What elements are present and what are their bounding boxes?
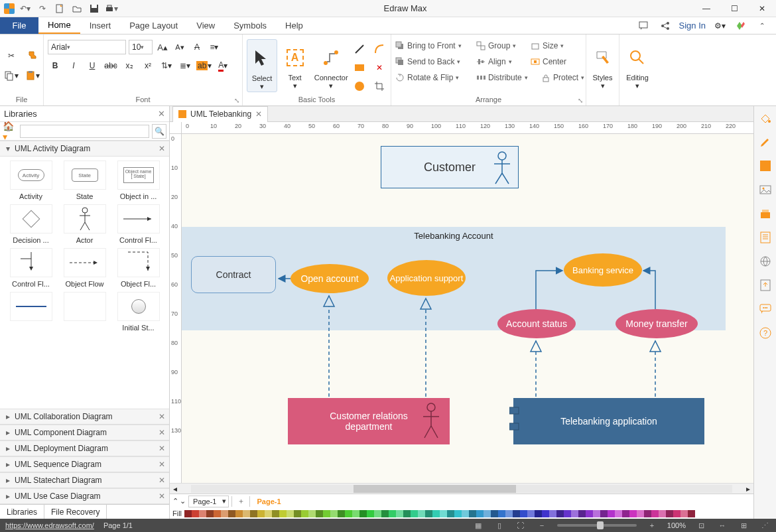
lib-section-close-icon[interactable]: ✕ [159, 144, 165, 153]
close-button[interactable]: ✕ [748, 0, 776, 17]
color-swatch[interactable] [578, 510, 586, 517]
lib-section-collapsed[interactable]: ▸UML Use Case Diagram✕ [0, 488, 169, 504]
rect-tool-icon[interactable] [352, 60, 367, 75]
size-btn[interactable]: Size [531, 38, 570, 53]
delete-tool-icon[interactable]: ✕ [372, 60, 387, 75]
color-swatch[interactable] [571, 510, 578, 517]
arc-tool-icon[interactable] [372, 42, 387, 56]
help-icon[interactable]: ? [757, 325, 773, 341]
color-swatch[interactable] [644, 510, 651, 517]
lib-section-collapsed[interactable]: ▸UML Statechart Diagram✕ [0, 472, 169, 488]
color-swatch[interactable] [316, 510, 323, 517]
shape-activity[interactable]: ActivityActivity [7, 161, 56, 200]
font-size-combo[interactable]: 10 [129, 40, 153, 54]
line-tool-icon[interactable] [352, 42, 367, 56]
color-swatch[interactable] [564, 510, 571, 517]
sign-in-link[interactable]: Sign In [679, 21, 706, 31]
format-painter-icon[interactable] [25, 48, 40, 63]
undo-btn[interactable]: ↶▾ [19, 2, 32, 15]
center-btn[interactable]: Center [531, 54, 577, 69]
shape-initial[interactable]: Initial St... [114, 292, 163, 332]
grow-font-btn[interactable]: A▴ [155, 40, 170, 54]
lib-section-active[interactable]: ▾UML Activity Diagram ✕ [0, 141, 169, 157]
new-doc-btn[interactable] [53, 2, 66, 15]
h-scrollbar[interactable]: ◂▸ [170, 483, 753, 494]
color-swatch[interactable] [659, 510, 666, 517]
active-page-label[interactable]: Page-1 [253, 498, 285, 505]
paste-icon[interactable]: ▾ [25, 68, 40, 83]
color-swatch[interactable] [688, 510, 695, 517]
pen-icon[interactable] [757, 134, 773, 150]
color-swatch[interactable] [505, 510, 513, 517]
align-btn[interactable]: Align [476, 54, 523, 69]
color-swatch[interactable] [287, 510, 294, 517]
zoom-out-icon[interactable]: − [536, 520, 548, 531]
globe-icon[interactable] [757, 253, 773, 269]
close-icon[interactable]: ✕ [159, 492, 165, 501]
status-url[interactable]: https://www.edrawsoft.com/ [5, 521, 94, 529]
color-swatch[interactable] [272, 510, 279, 517]
node-customer[interactable]: Customer [381, 146, 519, 188]
tab-file[interactable]: File [0, 17, 38, 34]
color-swatch[interactable] [184, 510, 192, 517]
color-swatch[interactable] [359, 510, 367, 517]
node-open-account[interactable]: Open account [291, 264, 369, 293]
node-app[interactable]: Telebanking application [513, 398, 704, 444]
maximize-button[interactable]: ☐ [720, 0, 748, 17]
distribute-btn[interactable]: Distribute [476, 70, 533, 85]
color-swatch[interactable] [374, 510, 381, 517]
shape-object-flow2[interactable]: Object Fl... [114, 248, 163, 288]
color-swatch[interactable] [411, 510, 418, 517]
superscript-btn[interactable]: x² [141, 58, 155, 73]
color-swatch[interactable] [637, 510, 644, 517]
drawing-canvas[interactable]: Customer Telebanking Account Contract Op… [182, 134, 753, 483]
node-banking-service[interactable]: Banking service [564, 253, 642, 287]
fill-icon[interactable] [757, 158, 773, 174]
editing-btn[interactable]: Editing▾ [623, 39, 651, 92]
feedback-icon[interactable] [637, 19, 651, 33]
node-account-status[interactable]: Account status [497, 309, 576, 338]
protect-btn[interactable]: Protect [541, 70, 592, 85]
tab-help[interactable]: Help [276, 17, 312, 34]
close-icon[interactable]: ✕ [159, 428, 165, 437]
share-icon[interactable] [658, 19, 673, 33]
color-swatch[interactable] [673, 510, 680, 517]
color-swatch[interactable] [381, 510, 389, 517]
save-btn[interactable] [88, 2, 101, 15]
tab-insert[interactable]: Insert [80, 17, 121, 34]
send-back-btn[interactable]: Send to Back [395, 54, 468, 69]
wondershare-icon[interactable] [734, 19, 748, 33]
color-swatch[interactable] [228, 510, 235, 517]
ellipse-tool-icon[interactable] [352, 79, 367, 94]
shape-decision[interactable]: Decision ... [7, 204, 56, 244]
lib-search-input[interactable] [20, 125, 149, 138]
close-icon[interactable]: ✕ [159, 460, 165, 469]
view-normal-icon[interactable]: ▦ [472, 520, 484, 531]
clear-format-btn[interactable]: A [190, 40, 204, 54]
highlight-btn[interactable]: ab▾ [196, 58, 212, 73]
color-swatch[interactable] [491, 510, 498, 517]
node-app-support[interactable]: Application support [387, 260, 466, 296]
shape-actor[interactable]: Actor [60, 204, 109, 244]
color-swatch[interactable] [542, 510, 549, 517]
page-selector[interactable]: Page-1▾ [188, 496, 229, 507]
color-swatch[interactable] [513, 510, 520, 517]
redo-btn[interactable]: ↷ [36, 2, 49, 15]
comment-icon[interactable]: ••• [757, 301, 773, 317]
close-icon[interactable]: ✕ [159, 476, 165, 485]
color-swatch[interactable] [192, 510, 199, 517]
color-swatch[interactable] [432, 510, 440, 517]
color-swatch[interactable] [484, 510, 491, 517]
color-swatch[interactable] [629, 510, 637, 517]
color-swatch[interactable] [418, 510, 425, 517]
color-swatch[interactable] [454, 510, 462, 517]
color-swatch[interactable] [549, 510, 556, 517]
bullets-btn[interactable]: ≣▾ [178, 58, 192, 73]
color-swatch[interactable] [462, 510, 469, 517]
color-swatch[interactable] [206, 510, 214, 517]
tab-view[interactable]: View [187, 17, 224, 34]
shrink-font-btn[interactable]: A▾ [172, 40, 187, 54]
libraries-close-icon[interactable]: ✕ [158, 109, 165, 119]
color-swatch[interactable] [294, 510, 301, 517]
color-swatch[interactable] [447, 510, 454, 517]
